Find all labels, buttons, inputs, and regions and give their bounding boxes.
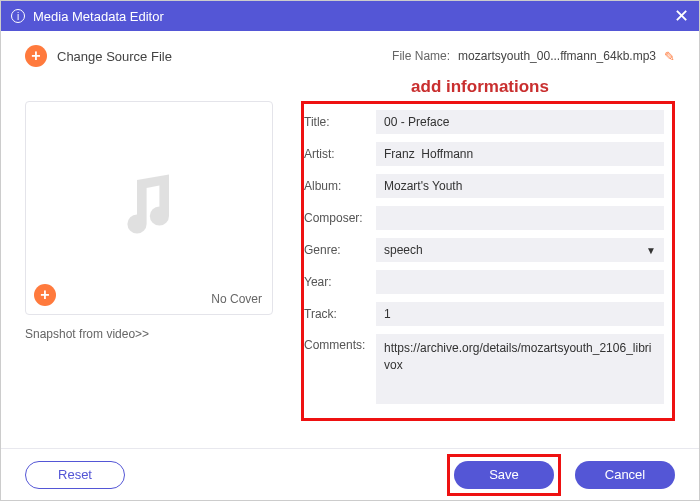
footer: Reset Save Cancel bbox=[1, 448, 699, 500]
window-title: Media Metadata Editor bbox=[33, 9, 674, 24]
genre-select[interactable]: speech ▼ bbox=[376, 238, 664, 262]
comments-input[interactable] bbox=[376, 334, 664, 404]
window: i Media Metadata Editor ✕ + Change Sourc… bbox=[0, 0, 700, 501]
top-row: + Change Source File File Name: mozartsy… bbox=[1, 31, 699, 75]
form-area: Title: Artist: Album: Composer: Genre: s… bbox=[301, 101, 675, 421]
year-label: Year: bbox=[304, 275, 376, 289]
track-label: Track: bbox=[304, 307, 376, 321]
cover-box[interactable]: + No Cover bbox=[25, 101, 273, 315]
plus-icon: + bbox=[25, 45, 47, 67]
title-input[interactable] bbox=[376, 110, 664, 134]
music-note-icon bbox=[109, 168, 189, 248]
left-column: + No Cover Snapshot from video>> bbox=[25, 101, 273, 421]
plus-icon: + bbox=[34, 284, 56, 306]
album-input[interactable] bbox=[376, 174, 664, 198]
no-cover-label: No Cover bbox=[211, 292, 262, 306]
save-highlight: Save bbox=[447, 454, 561, 496]
change-source-button[interactable]: + Change Source File bbox=[25, 45, 172, 67]
snapshot-link[interactable]: Snapshot from video>> bbox=[25, 327, 273, 341]
year-input[interactable] bbox=[376, 270, 664, 294]
add-cover-button[interactable]: + bbox=[34, 284, 56, 306]
composer-label: Composer: bbox=[304, 211, 376, 225]
chevron-down-icon: ▼ bbox=[646, 245, 656, 256]
change-source-label: Change Source File bbox=[57, 49, 172, 64]
save-button[interactable]: Save bbox=[454, 461, 554, 489]
reset-button[interactable]: Reset bbox=[25, 461, 125, 489]
annotation-text: add informations bbox=[1, 77, 699, 97]
body: + No Cover Snapshot from video>> Title: … bbox=[1, 101, 699, 421]
close-icon[interactable]: ✕ bbox=[674, 5, 689, 27]
comments-label: Comments: bbox=[304, 334, 376, 352]
filename-wrap: File Name: mozartsyouth_00...ffmann_64kb… bbox=[392, 49, 675, 64]
artist-label: Artist: bbox=[304, 147, 376, 161]
filename-label: File Name: bbox=[392, 49, 450, 63]
cancel-button[interactable]: Cancel bbox=[575, 461, 675, 489]
info-icon: i bbox=[11, 9, 25, 23]
composer-input[interactable] bbox=[376, 206, 664, 230]
track-input[interactable] bbox=[376, 302, 664, 326]
edit-icon[interactable]: ✎ bbox=[664, 49, 675, 64]
genre-value: speech bbox=[384, 243, 423, 257]
genre-label: Genre: bbox=[304, 243, 376, 257]
filename-value: mozartsyouth_00...ffmann_64kb.mp3 bbox=[458, 49, 656, 63]
title-label: Title: bbox=[304, 115, 376, 129]
album-label: Album: bbox=[304, 179, 376, 193]
artist-input[interactable] bbox=[376, 142, 664, 166]
titlebar: i Media Metadata Editor ✕ bbox=[1, 1, 699, 31]
